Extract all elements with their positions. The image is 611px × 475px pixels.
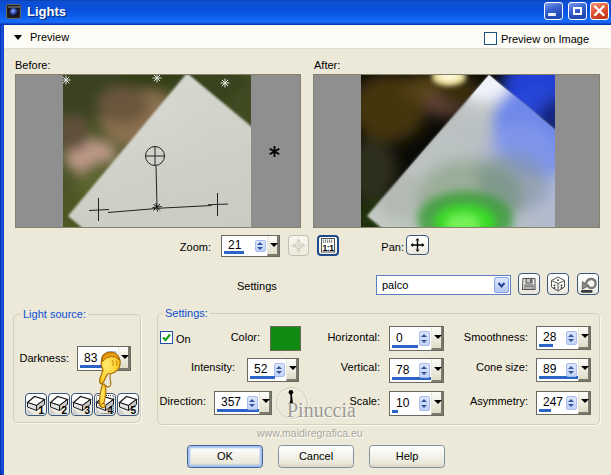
svg-text:1: 1	[39, 405, 45, 415]
